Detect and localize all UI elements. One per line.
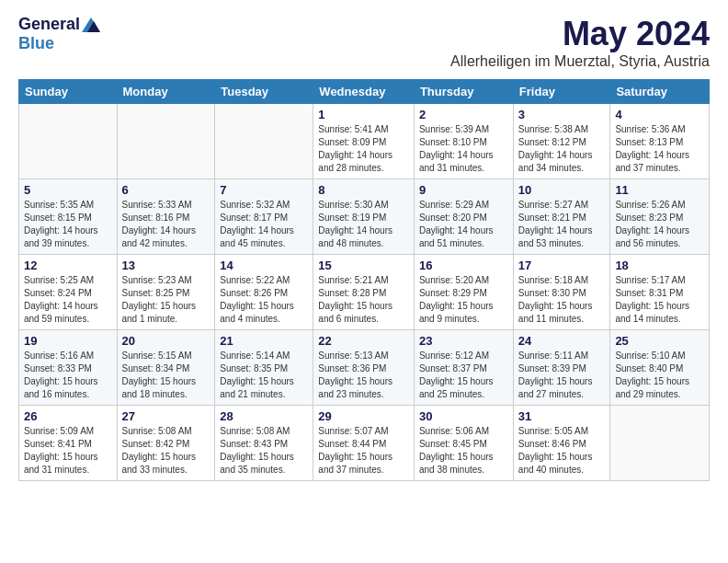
- day-number: 7: [220, 183, 308, 197]
- day-number: 22: [318, 334, 409, 348]
- table-row: 28Sunrise: 5:08 AM Sunset: 8:43 PM Dayli…: [215, 406, 313, 481]
- table-row: 27Sunrise: 5:08 AM Sunset: 8:42 PM Dayli…: [117, 406, 215, 481]
- day-number: 19: [24, 334, 112, 348]
- day-number: 6: [122, 183, 210, 197]
- day-number: 23: [419, 334, 508, 348]
- table-row: 23Sunrise: 5:12 AM Sunset: 8:37 PM Dayli…: [414, 330, 513, 406]
- col-friday: Friday: [513, 80, 610, 104]
- day-info: Sunrise: 5:14 AM Sunset: 8:35 PM Dayligh…: [220, 350, 308, 401]
- day-number: 29: [318, 409, 409, 423]
- day-info: Sunrise: 5:12 AM Sunset: 8:37 PM Dayligh…: [419, 350, 508, 401]
- day-info: Sunrise: 5:22 AM Sunset: 8:26 PM Dayligh…: [220, 274, 308, 326]
- header: General Blue May 2024 Allerheiligen im M…: [18, 15, 710, 70]
- day-info: Sunrise: 5:10 AM Sunset: 8:40 PM Dayligh…: [615, 350, 704, 401]
- week-row-2: 12Sunrise: 5:25 AM Sunset: 8:24 PM Dayli…: [19, 255, 710, 330]
- week-row-4: 26Sunrise: 5:09 AM Sunset: 8:41 PM Dayli…: [19, 406, 710, 481]
- table-row: 8Sunrise: 5:30 AM Sunset: 8:19 PM Daylig…: [313, 179, 415, 255]
- day-info: Sunrise: 5:36 AM Sunset: 8:13 PM Dayligh…: [615, 123, 704, 175]
- table-row: 20Sunrise: 5:15 AM Sunset: 8:34 PM Dayli…: [117, 330, 215, 406]
- table-row: 16Sunrise: 5:20 AM Sunset: 8:29 PM Dayli…: [414, 255, 513, 330]
- day-number: 9: [419, 183, 508, 197]
- location: Allerheiligen im Muerztal, Styria, Austr…: [450, 53, 710, 70]
- day-info: Sunrise: 5:38 AM Sunset: 8:12 PM Dayligh…: [518, 123, 606, 175]
- day-number: 3: [518, 108, 606, 121]
- table-row: 31Sunrise: 5:05 AM Sunset: 8:46 PM Dayli…: [513, 406, 610, 481]
- week-row-0: 1Sunrise: 5:41 AM Sunset: 8:09 PM Daylig…: [19, 104, 710, 179]
- logo-blue: Blue: [18, 34, 54, 53]
- table-row: 3Sunrise: 5:38 AM Sunset: 8:12 PM Daylig…: [513, 104, 610, 179]
- day-number: 12: [24, 259, 112, 272]
- day-number: 14: [220, 259, 308, 272]
- day-info: Sunrise: 5:26 AM Sunset: 8:23 PM Dayligh…: [615, 199, 704, 250]
- table-row: 13Sunrise: 5:23 AM Sunset: 8:25 PM Dayli…: [117, 255, 215, 330]
- table-row: 10Sunrise: 5:27 AM Sunset: 8:21 PM Dayli…: [513, 179, 610, 255]
- table-row: 7Sunrise: 5:32 AM Sunset: 8:17 PM Daylig…: [215, 179, 313, 255]
- table-row: 29Sunrise: 5:07 AM Sunset: 8:44 PM Dayli…: [313, 406, 415, 481]
- day-info: Sunrise: 5:11 AM Sunset: 8:39 PM Dayligh…: [518, 350, 606, 401]
- week-row-3: 19Sunrise: 5:16 AM Sunset: 8:33 PM Dayli…: [19, 330, 710, 406]
- table-row: [19, 104, 118, 179]
- day-info: Sunrise: 5:41 AM Sunset: 8:09 PM Dayligh…: [318, 123, 409, 175]
- day-info: Sunrise: 5:21 AM Sunset: 8:28 PM Dayligh…: [318, 274, 409, 326]
- day-number: 21: [220, 334, 308, 348]
- day-number: 31: [518, 409, 606, 423]
- table-row: 11Sunrise: 5:26 AM Sunset: 8:23 PM Dayli…: [610, 179, 710, 255]
- table-row: 19Sunrise: 5:16 AM Sunset: 8:33 PM Dayli…: [19, 330, 118, 406]
- day-info: Sunrise: 5:05 AM Sunset: 8:46 PM Dayligh…: [518, 425, 606, 477]
- day-info: Sunrise: 5:33 AM Sunset: 8:16 PM Dayligh…: [122, 199, 210, 250]
- table-row: [215, 104, 313, 179]
- day-info: Sunrise: 5:29 AM Sunset: 8:20 PM Dayligh…: [419, 199, 508, 250]
- col-saturday: Saturday: [610, 80, 710, 104]
- col-sunday: Sunday: [19, 80, 118, 104]
- week-row-1: 5Sunrise: 5:35 AM Sunset: 8:15 PM Daylig…: [19, 179, 710, 255]
- day-number: 20: [122, 334, 210, 348]
- table-row: 22Sunrise: 5:13 AM Sunset: 8:36 PM Dayli…: [313, 330, 415, 406]
- col-thursday: Thursday: [414, 80, 513, 104]
- table-row: 26Sunrise: 5:09 AM Sunset: 8:41 PM Dayli…: [19, 406, 118, 481]
- day-number: 10: [518, 183, 606, 197]
- table-row: 12Sunrise: 5:25 AM Sunset: 8:24 PM Dayli…: [19, 255, 118, 330]
- logo-icon: [82, 17, 100, 32]
- day-info: Sunrise: 5:08 AM Sunset: 8:43 PM Dayligh…: [220, 425, 308, 477]
- day-number: 27: [122, 409, 210, 423]
- table-row: 24Sunrise: 5:11 AM Sunset: 8:39 PM Dayli…: [513, 330, 610, 406]
- day-info: Sunrise: 5:20 AM Sunset: 8:29 PM Dayligh…: [419, 274, 508, 326]
- logo: General Blue: [18, 15, 100, 53]
- day-number: 16: [419, 259, 508, 272]
- day-info: Sunrise: 5:06 AM Sunset: 8:45 PM Dayligh…: [419, 425, 508, 477]
- table-row: 5Sunrise: 5:35 AM Sunset: 8:15 PM Daylig…: [19, 179, 118, 255]
- day-number: 13: [122, 259, 210, 272]
- day-info: Sunrise: 5:39 AM Sunset: 8:10 PM Dayligh…: [419, 123, 508, 175]
- day-info: Sunrise: 5:08 AM Sunset: 8:42 PM Dayligh…: [122, 425, 210, 477]
- table-row: 15Sunrise: 5:21 AM Sunset: 8:28 PM Dayli…: [313, 255, 415, 330]
- col-monday: Monday: [117, 80, 215, 104]
- day-number: 18: [615, 259, 704, 272]
- day-info: Sunrise: 5:09 AM Sunset: 8:41 PM Dayligh…: [24, 425, 112, 477]
- table-row: 14Sunrise: 5:22 AM Sunset: 8:26 PM Dayli…: [215, 255, 313, 330]
- day-info: Sunrise: 5:30 AM Sunset: 8:19 PM Dayligh…: [318, 199, 409, 250]
- day-number: 30: [419, 409, 508, 423]
- day-info: Sunrise: 5:15 AM Sunset: 8:34 PM Dayligh…: [122, 350, 210, 401]
- day-info: Sunrise: 5:18 AM Sunset: 8:30 PM Dayligh…: [518, 274, 606, 326]
- day-number: 8: [318, 183, 409, 197]
- day-info: Sunrise: 5:32 AM Sunset: 8:17 PM Dayligh…: [220, 199, 308, 250]
- day-info: Sunrise: 5:25 AM Sunset: 8:24 PM Dayligh…: [24, 274, 112, 326]
- table-row: 30Sunrise: 5:06 AM Sunset: 8:45 PM Dayli…: [414, 406, 513, 481]
- table-row: 21Sunrise: 5:14 AM Sunset: 8:35 PM Dayli…: [215, 330, 313, 406]
- table-row: 17Sunrise: 5:18 AM Sunset: 8:30 PM Dayli…: [513, 255, 610, 330]
- table-row: 1Sunrise: 5:41 AM Sunset: 8:09 PM Daylig…: [313, 104, 415, 179]
- day-number: 25: [615, 334, 704, 348]
- day-number: 2: [419, 108, 508, 121]
- day-info: Sunrise: 5:27 AM Sunset: 8:21 PM Dayligh…: [518, 199, 606, 250]
- table-row: 4Sunrise: 5:36 AM Sunset: 8:13 PM Daylig…: [610, 104, 710, 179]
- table-row: 2Sunrise: 5:39 AM Sunset: 8:10 PM Daylig…: [414, 104, 513, 179]
- table-row: [610, 406, 710, 481]
- day-info: Sunrise: 5:16 AM Sunset: 8:33 PM Dayligh…: [24, 350, 112, 401]
- day-info: Sunrise: 5:07 AM Sunset: 8:44 PM Dayligh…: [318, 425, 409, 477]
- logo-text: General: [18, 15, 100, 34]
- day-info: Sunrise: 5:17 AM Sunset: 8:31 PM Dayligh…: [615, 274, 704, 326]
- table-row: 9Sunrise: 5:29 AM Sunset: 8:20 PM Daylig…: [414, 179, 513, 255]
- col-tuesday: Tuesday: [215, 80, 313, 104]
- day-number: 5: [24, 183, 112, 197]
- month-title: May 2024: [450, 15, 710, 53]
